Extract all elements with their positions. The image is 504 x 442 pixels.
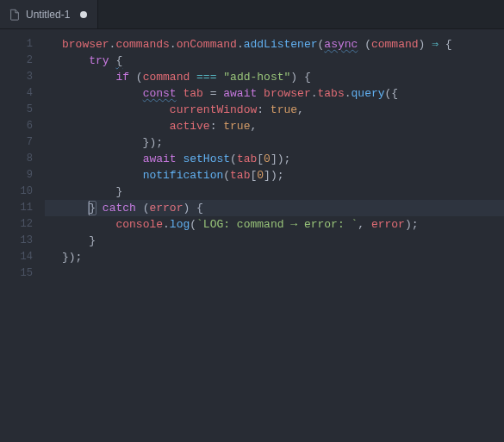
token-id: console [115, 218, 163, 231]
code-line[interactable]: const tab = await browser.tabs.query({ [45, 85, 504, 102]
code-line[interactable]: } [45, 233, 504, 249]
token-op: ⇒ [432, 38, 439, 51]
token-num: true [223, 120, 250, 133]
token-fn: log [170, 218, 190, 231]
token-id: command [371, 38, 419, 51]
token-num: 0 [257, 169, 264, 182]
token-fn: query [352, 87, 385, 100]
code-line[interactable]: console.log(`LOG: command → error: `, er… [45, 216, 504, 233]
line-number: 2 [0, 53, 45, 69]
token-fn: notification [143, 169, 224, 182]
token-pn: ( [358, 38, 371, 51]
dirty-indicator-icon [80, 11, 87, 18]
text-cursor [89, 201, 90, 215]
token-pn [62, 54, 89, 67]
code-line[interactable]: } [45, 184, 504, 200]
token-num: true [271, 103, 297, 116]
token-id: commands [115, 38, 169, 51]
code-editor[interactable]: 123456789101112131415 browser.commands.o… [0, 29, 504, 442]
token-kw: async [324, 38, 358, 51]
token-pn: } [62, 234, 96, 247]
token-pn: . [237, 38, 244, 51]
editor-tab-untitled[interactable]: Untitled-1 [0, 0, 98, 28]
token-pn: . [311, 87, 318, 100]
line-number: 3 [0, 69, 45, 85]
code-line[interactable]: currentWindow: true, [45, 102, 504, 118]
token-pn: { [115, 54, 122, 67]
line-number: 5 [0, 102, 45, 118]
line-number: 1 [0, 36, 45, 53]
token-id: browser [264, 87, 311, 100]
token-id: onCommand [177, 38, 237, 51]
token-pn [62, 103, 170, 116]
token-id: tab [230, 169, 250, 182]
line-number: 14 [0, 249, 45, 265]
line-number: 10 [0, 184, 45, 200]
token-id: currentWindow [170, 103, 257, 116]
line-number: 9 [0, 167, 45, 184]
file-icon [9, 9, 21, 21]
token-pn: = [203, 87, 223, 100]
token-pn: } [62, 185, 122, 198]
token-pn: , [297, 103, 304, 116]
token-pn: }); [62, 136, 163, 149]
code-line[interactable] [45, 265, 504, 282]
line-number-gutter: 123456789101112131415 [0, 29, 45, 442]
token-pn: ]); [271, 153, 290, 165]
token-pn: ( [223, 169, 230, 182]
token-pn: ({ [385, 87, 399, 100]
tab-title: Untitled-1 [26, 9, 70, 21]
token-pn: : [210, 120, 224, 133]
token-pn [190, 71, 196, 84]
token-pn [62, 218, 115, 231]
token-pn: }); [62, 251, 82, 264]
token-str: `LOG: command → error: ` [196, 218, 358, 231]
token-pn: ); [405, 218, 419, 231]
line-number: 7 [0, 134, 45, 151]
token-id: tabs [318, 87, 345, 100]
token-pn: , [358, 218, 371, 231]
token-id: error [371, 218, 405, 231]
token-num: 0 [264, 153, 271, 165]
code-line[interactable]: }); [45, 134, 504, 151]
token-pn [257, 87, 264, 100]
token-pn: ( [129, 71, 143, 84]
code-content[interactable]: browser.commands.onCommand.addListener(a… [45, 29, 504, 442]
token-kw: if [115, 71, 129, 84]
token-pn [62, 87, 143, 100]
token-id: browser [62, 38, 109, 51]
token-kw: const [143, 87, 177, 100]
token-id: tab [183, 87, 202, 100]
token-pn: . [345, 87, 352, 100]
line-number: 4 [0, 85, 45, 102]
token-id: active [170, 120, 210, 133]
code-line[interactable]: notification(tab[0]); [45, 167, 504, 184]
token-kw: await [223, 87, 257, 100]
code-line[interactable]: }); [45, 249, 504, 265]
token-pn: : [257, 103, 271, 116]
line-number: 11 [0, 200, 45, 216]
token-pn [62, 120, 170, 133]
line-number: 6 [0, 118, 45, 134]
token-pn: { [439, 38, 452, 51]
token-pn: ) [419, 38, 432, 51]
token-pn: . [170, 38, 177, 51]
code-line[interactable]: await setHost(tab[0]); [45, 151, 504, 167]
token-id: command [143, 71, 190, 84]
token-pn [62, 153, 143, 165]
token-pn: . [163, 218, 170, 231]
code-line[interactable]: active: true, [45, 118, 504, 134]
code-line[interactable]: try { [45, 53, 504, 69]
code-line[interactable]: browser.commands.onCommand.addListener(a… [45, 36, 504, 53]
token-op: === [196, 71, 216, 84]
token-fn: setHost [183, 153, 230, 165]
token-kw: await [143, 153, 177, 165]
line-number: 13 [0, 233, 45, 249]
line-number: 8 [0, 151, 45, 167]
token-pn: ( [190, 218, 196, 231]
token-pn: ]); [264, 169, 283, 182]
token-id: tab [237, 153, 257, 165]
token-pn: ( [230, 153, 237, 165]
token-pn: [ [257, 153, 264, 165]
code-line[interactable]: if (command === "add-host") { [45, 69, 504, 85]
